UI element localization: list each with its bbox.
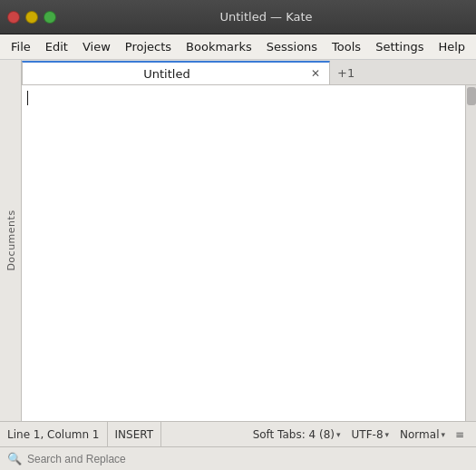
- scrollbar-thumb[interactable]: [467, 87, 476, 105]
- menu-help[interactable]: Help: [431, 37, 472, 56]
- search-icon: 🔍: [7, 452, 22, 465]
- status-encoding-label: UTF-8: [352, 428, 384, 441]
- window-controls: [7, 11, 56, 24]
- status-syntax-label: Normal: [400, 428, 439, 441]
- vertical-scrollbar[interactable]: [465, 85, 476, 421]
- text-cursor: [27, 91, 28, 105]
- sidebar-documents-label: Documents: [5, 210, 16, 270]
- menu-edit[interactable]: Edit: [38, 37, 75, 56]
- encoding-dropdown-arrow: ▾: [385, 430, 390, 439]
- menu-file[interactable]: File: [4, 37, 38, 56]
- maximize-window-button[interactable]: [44, 11, 56, 24]
- statusbar: Line 1, Column 1 INSERT Soft Tabs: 4 (8)…: [0, 421, 476, 446]
- status-tabs-label: Soft Tabs: 4 (8): [253, 428, 335, 441]
- status-tabs-dropdown[interactable]: Soft Tabs: 4 (8) ▾: [248, 428, 346, 441]
- menu-sessions[interactable]: Sessions: [259, 37, 325, 56]
- titlebar: Untitled — Kate: [0, 0, 476, 34]
- tab-close-button[interactable]: ✕: [309, 66, 322, 81]
- searchbar: 🔍: [0, 446, 476, 470]
- menu-tools[interactable]: Tools: [325, 37, 368, 56]
- close-window-button[interactable]: [7, 11, 20, 24]
- editor-with-scrollbar: [22, 85, 476, 421]
- tab-untitled[interactable]: Untitled ✕: [22, 61, 330, 84]
- editor-content[interactable]: [22, 85, 465, 421]
- sidebar-panel: Documents: [0, 60, 22, 421]
- status-encoding-dropdown[interactable]: UTF-8 ▾: [346, 428, 395, 441]
- status-syntax-dropdown[interactable]: Normal ▾: [394, 428, 451, 441]
- tab-overflow-button[interactable]: +1: [330, 61, 362, 84]
- minimize-window-button[interactable]: [25, 11, 38, 24]
- status-menu-button[interactable]: ≡: [451, 426, 469, 444]
- search-input[interactable]: [27, 453, 469, 465]
- menu-projects[interactable]: Projects: [118, 37, 179, 56]
- editor-text-area[interactable]: [22, 85, 465, 421]
- cursor-line: [27, 89, 460, 105]
- window-title: Untitled — Kate: [63, 10, 469, 24]
- menu-view[interactable]: View: [75, 37, 118, 56]
- menubar: File Edit View Projects Bookmarks Sessio…: [0, 34, 476, 60]
- tab-title: Untitled: [30, 67, 304, 81]
- main-area: Documents Untitled ✕ +1: [0, 60, 476, 421]
- syntax-dropdown-arrow: ▾: [441, 430, 445, 439]
- editor-container: Untitled ✕ +1: [22, 60, 476, 421]
- tabbar: Untitled ✕ +1: [22, 60, 476, 85]
- status-position: Line 1, Column 1: [7, 422, 108, 446]
- status-mode: INSERT: [108, 422, 162, 446]
- menu-settings[interactable]: Settings: [368, 37, 431, 56]
- tabs-dropdown-arrow: ▾: [336, 430, 341, 439]
- menu-bookmarks[interactable]: Bookmarks: [179, 37, 259, 56]
